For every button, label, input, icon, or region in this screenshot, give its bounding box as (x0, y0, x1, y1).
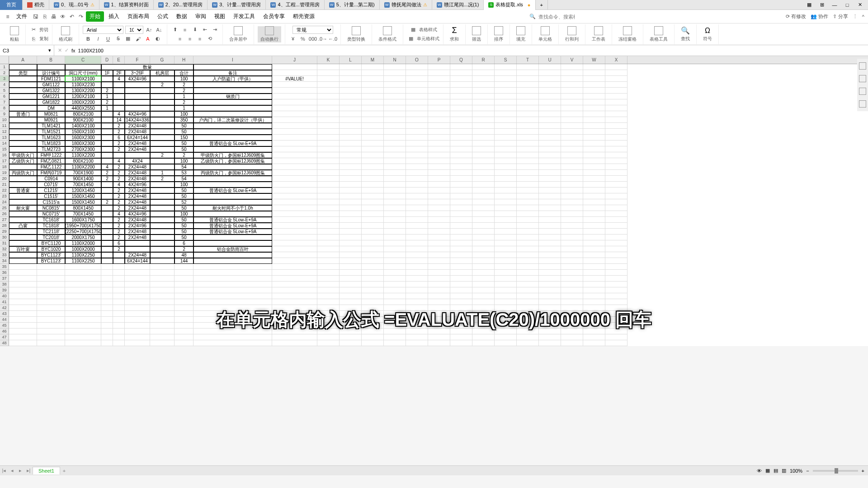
row-header[interactable]: 12 (0, 129, 9, 135)
cell[interactable] (65, 317, 101, 323)
cell[interactable] (583, 334, 605, 340)
cell[interactable] (450, 117, 472, 123)
cell[interactable]: 4 (113, 76, 125, 82)
row-header[interactable]: 4 (0, 82, 9, 88)
cell[interactable] (450, 152, 472, 158)
cell[interactable] (583, 229, 605, 235)
cell[interactable] (317, 193, 340, 199)
cell[interactable] (150, 240, 175, 246)
cell[interactable] (150, 264, 175, 270)
cell[interactable]: 6X24=144 (125, 258, 150, 264)
cell[interactable] (495, 205, 517, 211)
cell[interactable]: 1500X1450 (65, 199, 101, 205)
cell[interactable] (583, 293, 605, 299)
cell[interactable] (406, 135, 428, 141)
cell[interactable]: 2X24=48 (125, 235, 150, 240)
cell[interactable] (539, 252, 561, 258)
cell[interactable] (517, 94, 539, 99)
cell[interactable]: 1600X1750 (65, 217, 101, 223)
cell[interactable] (101, 158, 113, 164)
cell[interactable] (384, 129, 406, 135)
cell[interactable] (317, 229, 340, 235)
cell[interactable] (384, 146, 406, 152)
cell[interactable]: 2 (113, 176, 125, 182)
cell[interactable] (583, 152, 605, 158)
cell[interactable] (384, 211, 406, 217)
cell[interactable]: 2700X2300 (65, 146, 101, 152)
cell[interactable] (101, 240, 113, 246)
cells-area[interactable]: 数量 类型设计编号洞口尺寸(mm)1F2F3~26F机房层合计备注FDM1121… (9, 64, 627, 346)
cell[interactable] (317, 276, 340, 282)
cell[interactable] (101, 276, 113, 282)
cell[interactable] (495, 240, 517, 246)
cell[interactable] (317, 264, 340, 270)
view-icon[interactable]: 👁 (757, 468, 762, 474)
cell[interactable]: 普通铝合金 5Low-E+9A (193, 223, 272, 229)
cell[interactable] (317, 282, 340, 287)
cell[interactable]: 6 (175, 240, 193, 246)
cell[interactable] (384, 235, 406, 240)
rowcol-button[interactable]: 行和列 (562, 26, 581, 42)
cell[interactable] (561, 182, 583, 188)
cell[interactable] (113, 282, 125, 287)
cell[interactable] (193, 135, 272, 141)
cell[interactable] (125, 334, 150, 340)
cell[interactable] (539, 193, 561, 199)
cell[interactable] (101, 246, 113, 252)
cell[interactable] (472, 117, 495, 123)
align-mid-icon[interactable]: ≡ (181, 26, 189, 34)
cell[interactable] (406, 158, 428, 164)
cell[interactable] (428, 129, 450, 135)
cell[interactable] (450, 123, 472, 129)
fill-button[interactable]: 填充 (514, 26, 528, 42)
cell[interactable] (317, 223, 340, 229)
cell[interactable] (583, 240, 605, 246)
cell[interactable]: C1215' (37, 188, 65, 193)
cell[interactable] (362, 252, 384, 258)
cell[interactable] (406, 111, 428, 117)
cell[interactable] (317, 258, 340, 264)
cell[interactable] (175, 305, 193, 311)
cell[interactable] (150, 223, 175, 229)
cell[interactable] (428, 235, 450, 240)
cell[interactable] (101, 182, 113, 188)
cell[interactable] (317, 252, 340, 258)
cell[interactable]: C1515'a (37, 199, 65, 205)
cell[interactable] (450, 129, 472, 135)
copy-icon[interactable]: ⎘ (29, 35, 38, 43)
cell[interactable] (37, 287, 65, 293)
cell[interactable]: 350 (175, 117, 193, 123)
cell[interactable] (384, 182, 406, 188)
cell[interactable]: BYC1120 (37, 240, 65, 246)
cell[interactable] (37, 264, 65, 270)
cell[interactable] (101, 282, 113, 287)
cell[interactable] (272, 70, 317, 76)
cell[interactable] (428, 211, 450, 217)
cell[interactable] (605, 293, 627, 299)
cell[interactable] (450, 264, 472, 270)
cell[interactable] (272, 276, 317, 282)
cell[interactable] (37, 323, 65, 328)
cell[interactable] (561, 117, 583, 123)
cell[interactable] (384, 293, 406, 299)
cell[interactable] (583, 99, 605, 105)
cell[interactable]: 2X24=48 (125, 205, 150, 211)
cell[interactable] (193, 105, 272, 111)
cell[interactable] (539, 287, 561, 293)
cell[interactable] (9, 340, 37, 346)
cell[interactable] (495, 199, 517, 205)
cell[interactable]: 100 (175, 211, 193, 217)
cell[interactable] (272, 282, 317, 287)
cell[interactable] (450, 217, 472, 223)
cell[interactable] (175, 340, 193, 346)
cell[interactable]: 800X1450 (65, 205, 101, 211)
close-button[interactable]: ✕ (855, 0, 864, 9)
cell[interactable] (605, 264, 627, 270)
cell[interactable] (340, 246, 362, 252)
wrap-button[interactable]: 自动换行 (258, 26, 281, 42)
cell[interactable]: 2 (175, 246, 193, 252)
cell[interactable] (450, 94, 472, 99)
cell[interactable]: 4400X2550 (65, 105, 101, 111)
cell[interactable] (517, 205, 539, 211)
cell[interactable] (37, 293, 65, 299)
